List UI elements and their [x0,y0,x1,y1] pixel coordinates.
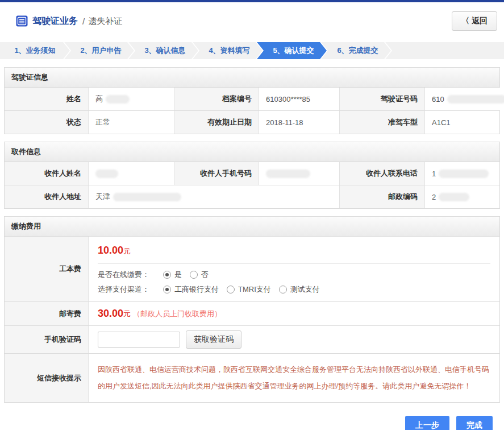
section-title-license: 驾驶证信息 [5,68,499,88]
value-name: 高 [89,88,174,110]
license-row-1: 姓名 高 档案编号 610300****85 驾驶证号码 610 [5,88,499,110]
value-postal-code: 2 [425,185,499,208]
label-license-number: 驾驶证号码 [340,88,425,110]
payment-channel-line: 选择支付渠道： 工商银行支付 TMRI支付 测试支付 [98,284,490,295]
postage-fee-unit: 元 [123,309,131,319]
label-name: 姓名 [5,88,89,110]
back-label: 返回 [472,16,488,25]
fee-row-sms-tip: 短信接收提示 因陕西省联通、电信运营商技术问题，陕西省互联网交通安全综合服务管理… [5,353,499,402]
label-file-number: 档案编号 [174,88,259,110]
pickup-row-1: 收件人姓名 收件人手机号码 收件人联系电话 1 [5,162,499,185]
label-recipient-mobile: 收件人手机号码 [174,162,259,185]
value-recipient-address: 天津 [89,185,340,208]
fee-row-captcha: 手机验证码 获取验证码 [5,325,499,353]
value-vehicle-class: A1C1 [425,111,499,134]
label-status: 状态 [5,111,89,134]
production-fee-amount: 10.00 [98,245,123,256]
postage-fee-note: （邮政人员上门收取费用） [133,309,222,319]
payment-options: 是否在线缴费： 是 否 选择支付渠道： 工商银行支付 TMRI支付 测试支付 [89,264,499,301]
page: 驾驶证业务 / 遗失补证 〈返回 1、业务须知 2、用户申告 3、确认信息 4、… [0,0,504,430]
sms-tip-text: 因陕西省联通、电信运营商技术问题，陕西省互联网交通安全综合服务管理平台无法向持陕… [98,358,490,398]
payment-channel-label: 选择支付渠道： [98,284,149,295]
step-6-complete-submit[interactable]: 6、完成提交 [321,42,391,59]
redacted-name [106,95,130,104]
finish-button[interactable]: 完成 [456,416,493,430]
label-expiry-date: 有效期止日期 [174,111,259,134]
value-sms-tip: 因陕西省联通、电信运营商技术问题，陕西省互联网交通安全综合服务管理平台无法向持陕… [89,354,499,402]
radio-channel-test[interactable] [279,286,287,293]
radio-channel-test-label[interactable]: 测试支付 [290,284,320,295]
captcha-input[interactable] [98,332,180,348]
radio-channel-tmri-label[interactable]: TMRI支付 [238,284,271,295]
radio-online-no[interactable] [190,271,198,279]
pickup-row-2: 收件人地址 天津 邮政编码 2 [5,185,499,208]
online-payment-line: 是否在线缴费： 是 否 [98,270,490,280]
postage-fee-amount: 30.00 [98,308,123,320]
radio-online-no-label[interactable]: 否 [201,270,209,280]
section-title-fees: 缴纳费用 [5,217,499,237]
step-3-confirm-info[interactable]: 3、确认信息 [128,42,198,59]
radio-online-yes[interactable] [163,271,171,279]
section-license-info: 驾驶证信息 姓名 高 档案编号 610300****85 驾驶证号码 610 状… [4,67,500,134]
footer-actions: 上一步 完成 [0,410,504,430]
label-recipient-address: 收件人地址 [5,185,89,208]
section-fees: 缴纳费用 工本费 10.00元 是否在线缴费： 是 否 选择支付渠道： 工商银行… [4,216,500,403]
production-fee-unit: 元 [123,247,131,255]
back-button[interactable]: 〈返回 [452,11,497,31]
header: 驾驶证业务 / 遗失补证 〈返回 [0,2,504,39]
fee-row-production: 工本费 10.00元 是否在线缴费： 是 否 选择支付渠道： 工商银行支付 TM… [5,237,499,301]
value-sms-captcha: 获取验证码 [89,326,499,353]
step-2-user-declaration[interactable]: 2、用户申告 [64,42,134,59]
value-recipient-name [89,162,174,185]
fee-row-postage: 邮寄费 30.00元 （邮政人员上门收取费用） [5,301,499,325]
online-payment-label: 是否在线缴费： [98,270,149,280]
label-recipient-phone: 收件人联系电话 [340,162,425,185]
step-bar-filler [385,42,504,59]
step-wizard: 1、业务须知 2、用户申告 3、确认信息 4、资料填写 5、确认提交 6、完成提… [0,42,504,59]
value-postage-fee: 30.00元 （邮政人员上门收取费用） [89,302,499,325]
value-recipient-phone: 1 [425,162,499,185]
radio-online-yes-label[interactable]: 是 [174,270,182,280]
page-title: 驾驶证业务 [32,15,78,27]
form-list-icon [16,15,28,27]
label-postal-code: 邮政编码 [340,185,425,208]
redacted-recipient-address [113,193,181,201]
redacted-recipient-name [95,169,118,178]
step-1-business-notice[interactable]: 1、业务须知 [0,42,70,59]
label-sms-tip: 短信接收提示 [5,354,89,402]
value-status: 正常 [89,111,174,134]
breadcrumb-current: 遗失补证 [88,16,122,27]
production-fee-amount-line: 10.00元 [89,237,499,263]
previous-step-button[interactable]: 上一步 [405,416,449,430]
section-pickup-info: 取件信息 收件人姓名 收件人手机号码 收件人联系电话 1 收件人地址 天津 邮政… [4,142,500,209]
step-5-confirm-submit[interactable]: 5、确认提交 [257,42,327,59]
label-production-fee: 工本费 [5,237,89,301]
redacted-recipient-phone [439,169,489,178]
redacted-postal-code [439,193,469,201]
value-recipient-mobile [259,162,340,185]
radio-channel-icbc-label[interactable]: 工商银行支付 [174,284,219,295]
label-postage-fee: 邮寄费 [5,302,89,325]
get-captcha-button[interactable]: 获取验证码 [186,330,241,349]
value-production-fee: 10.00元 是否在线缴费： 是 否 选择支付渠道： 工商银行支付 TMRI支付… [89,237,499,301]
radio-channel-tmri[interactable] [227,286,235,293]
value-expiry-date: 2018-11-18 [259,111,340,134]
redacted-license-number [447,95,504,104]
value-license-number: 610 [425,88,504,110]
breadcrumb-separator: / [82,16,85,26]
label-recipient-name: 收件人姓名 [5,162,89,185]
license-row-2: 状态 正常 有效期止日期 2018-11-18 准驾车型 A1C1 [5,110,499,134]
label-vehicle-class: 准驾车型 [340,111,425,134]
label-sms-captcha: 手机验证码 [5,326,89,353]
step-4-fill-materials[interactable]: 4、资料填写 [193,42,263,59]
back-chevron-icon: 〈 [461,16,469,25]
section-title-pickup: 取件信息 [5,142,499,162]
redacted-recipient-mobile [266,169,310,178]
radio-channel-icbc[interactable] [163,286,171,293]
value-file-number: 610300****85 [259,88,340,110]
